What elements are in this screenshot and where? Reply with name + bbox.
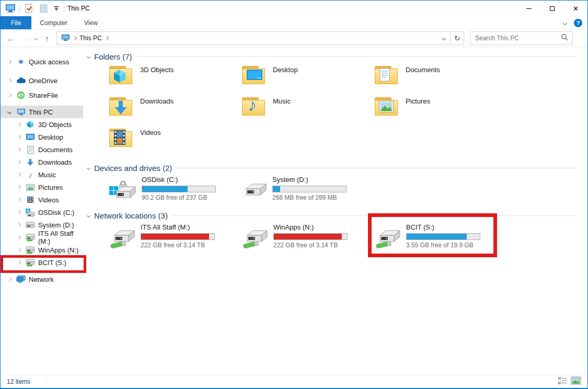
tab-view[interactable]: View — [76, 16, 106, 29]
folder-tile-desktop[interactable]: Desktop — [242, 64, 375, 96]
chevron-right-icon[interactable] — [17, 122, 21, 127]
sidebar-item-label: This PC — [29, 108, 53, 116]
drive-tile-osdisk[interactable]: OSDisk (C:) 90.2 GB free of 237 GB — [109, 176, 242, 204]
folder-tile-downloads[interactable]: Downloads — [109, 96, 242, 127]
sidebar-item-its-all-staff[interactable]: ITS All Staff (M:) — [1, 231, 83, 244]
chevron-right-icon[interactable] — [17, 147, 21, 152]
sidebar-item-network[interactable]: Network — [1, 273, 83, 285]
sidebar-item-bcit[interactable]: BCIT (S:) — [1, 256, 83, 269]
folder-name: 3D Objects — [140, 64, 174, 74]
chevron-right-icon[interactable] — [7, 60, 11, 64]
properties-icon[interactable] — [23, 3, 34, 14]
chevron-right-icon[interactable] — [17, 248, 21, 252]
chevron-right-icon[interactable] — [17, 223, 21, 227]
sidebar-item-desktop[interactable]: Desktop — [1, 131, 83, 143]
breadcrumb-chevron-icon[interactable] — [73, 36, 77, 40]
chevron-right-icon[interactable] — [7, 93, 11, 97]
collapse-chevron-icon[interactable] — [87, 166, 90, 170]
capacity-bar — [406, 233, 480, 240]
recent-locations-chevron-icon[interactable] — [34, 36, 38, 40]
folder-tile-pictures[interactable]: Pictures — [375, 96, 508, 127]
chevron-right-icon[interactable] — [17, 260, 21, 265]
address-dropdown-chevron-icon[interactable] — [437, 32, 450, 44]
breadcrumb[interactable]: This PC — [57, 34, 437, 43]
forward-icon[interactable]: → — [20, 34, 31, 43]
tab-file[interactable]: File — [1, 16, 31, 29]
customize-quick-access-icon[interactable] — [52, 6, 61, 10]
folder-tile-music[interactable]: ♪ Music — [242, 96, 375, 127]
breadcrumb-this-pc[interactable]: This PC — [79, 35, 102, 42]
sidebar-item-3d-objects[interactable]: 3D Objects — [1, 118, 83, 131]
group-header-devices[interactable]: Devices and drives (2) — [87, 164, 587, 173]
capacity-bar — [272, 186, 347, 192]
folders-grid: 3D Objects Desktop Documents — [109, 64, 587, 158]
collapse-chevron-icon[interactable] — [87, 214, 90, 218]
large-icons-view-icon[interactable] — [571, 376, 581, 387]
drive-caption: 90.2 GB free of 237 GB — [142, 194, 216, 201]
details-view-icon[interactable] — [558, 377, 567, 386]
new-folder-icon[interactable] — [38, 3, 49, 14]
collapse-chevron-icon[interactable] — [87, 55, 90, 59]
sidebar-item-documents[interactable]: Documents — [1, 143, 83, 156]
this-pc-icon — [61, 34, 70, 43]
sidebar-item-videos[interactable]: Videos — [1, 193, 83, 206]
up-icon[interactable]: ↑ — [42, 34, 52, 43]
sidebar-item-sharefile[interactable]: S ShareFile — [1, 89, 83, 101]
maximize-icon[interactable] — [540, 1, 564, 16]
drive-tile-its-all-staff[interactable]: ITS All Staff (M:) 222 GB free of 3.14 T… — [109, 223, 242, 251]
drive-tile-winapps[interactable]: WinApps (N:) 222 GB free of 3.14 TB — [242, 223, 375, 251]
computer-icon — [16, 108, 26, 116]
minimize-icon[interactable] — [517, 1, 540, 16]
search-icon[interactable] — [561, 33, 568, 43]
close-icon[interactable]: ✕ — [564, 1, 587, 16]
group-title: Devices and drives (2) — [94, 164, 172, 173]
chevron-right-icon[interactable] — [17, 135, 21, 139]
sharefile-icon: S — [16, 91, 26, 99]
chevron-down-icon[interactable] — [7, 110, 11, 114]
sidebar-item-label: WinApps (N:) — [38, 246, 78, 254]
sidebar-item-downloads[interactable]: Downloads — [1, 156, 83, 168]
chevron-right-icon[interactable] — [17, 235, 21, 239]
drive-icon — [242, 181, 267, 204]
chevron-right-icon[interactable] — [7, 78, 11, 83]
sidebar-item-winapps[interactable]: WinApps (N:) — [1, 244, 83, 256]
titlebar: This PC ✕ — [1, 1, 587, 16]
sidebar-item-label: Downloads — [38, 158, 72, 166]
chevron-right-icon[interactable] — [17, 173, 21, 177]
folder-tile-3d-objects[interactable]: 3D Objects — [109, 64, 242, 96]
chevron-right-icon[interactable] — [17, 210, 21, 214]
drive-tile-system[interactable]: System (D:) 268 MB free of 299 MB — [242, 176, 375, 204]
sidebar-item-label: OSDisk (C:) — [38, 209, 74, 216]
expand-ribbon-chevron-icon[interactable] — [563, 20, 567, 25]
group-header-folders[interactable]: Folders (7) — [87, 52, 587, 61]
tab-computer[interactable]: Computer — [31, 16, 76, 29]
drive-tile-bcit[interactable]: BCIT (S:) 3.55 GB free of 19.9 GB — [375, 223, 508, 251]
address-bar[interactable]: This PC ↻ — [56, 31, 464, 45]
navigation-pane: ★ Quick access OneDrive S ShareFile — [1, 47, 83, 375]
chevron-right-icon[interactable] — [7, 277, 11, 281]
refresh-icon[interactable]: ↻ — [450, 32, 464, 44]
folder-tile-documents[interactable]: Documents — [375, 64, 508, 96]
network-drive-icon — [242, 228, 268, 251]
help-icon[interactable]: ? — [574, 19, 582, 27]
chevron-right-icon[interactable] — [17, 160, 21, 164]
chevron-right-icon[interactable] — [17, 185, 21, 189]
document-icon — [26, 146, 35, 154]
chevron-right-icon[interactable] — [17, 198, 21, 202]
sidebar-item-quick-access[interactable]: ★ Quick access — [1, 55, 83, 68]
sidebar-item-onedrive[interactable]: OneDrive — [1, 74, 83, 87]
network-grid: ITS All Staff (M:) 222 GB free of 3.14 T… — [109, 223, 587, 251]
sidebar-item-music[interactable]: ♪ Music — [1, 168, 83, 181]
sidebar-item-this-pc[interactable]: This PC — [1, 106, 83, 118]
sidebar-item-label: Documents — [38, 146, 73, 154]
cube-icon — [26, 121, 35, 128]
folder-name: Music — [273, 96, 291, 105]
back-icon[interactable]: ← — [6, 34, 16, 43]
folder-tile-videos[interactable]: Videos — [109, 127, 242, 158]
search-input[interactable] — [471, 35, 561, 42]
sidebar-item-osdisk[interactable]: OSDisk (C:) — [1, 206, 83, 219]
sidebar-item-pictures[interactable]: Pictures — [1, 181, 83, 193]
search-box[interactable] — [470, 31, 573, 45]
breadcrumb-chevron-icon[interactable] — [104, 36, 108, 40]
group-header-network-locations[interactable]: Network locations (3) — [87, 211, 587, 220]
